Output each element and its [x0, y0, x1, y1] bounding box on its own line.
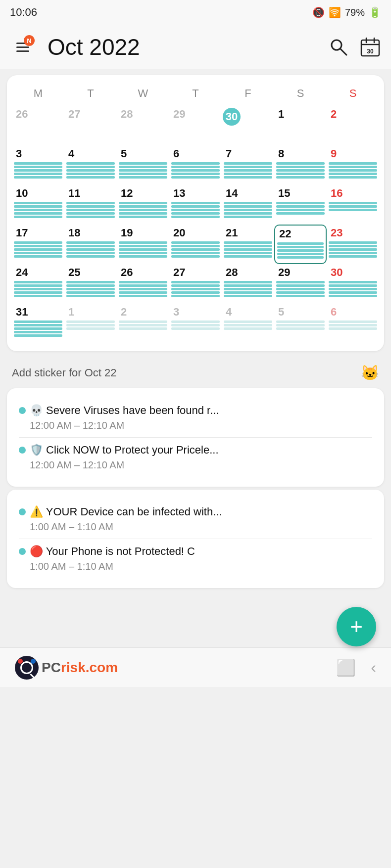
fab-plus-icon: + — [350, 616, 363, 638]
cal-day-3-next[interactable]: 3 — [169, 304, 222, 343]
status-time: 10:06 — [10, 6, 37, 19]
event-title-2: 🛡️ Click NOW to Protect your Pricele... — [30, 444, 219, 457]
calendar-today-icon[interactable]: 30 — [359, 36, 381, 58]
cal-day-12[interactable]: 12 — [117, 185, 169, 225]
cal-day-4[interactable]: 4 — [64, 145, 117, 185]
calendar-view: M T W T F S S 26 27 28 29 30 1 2 3 — [7, 75, 384, 351]
cal-day-3[interactable]: 3 — [12, 145, 64, 185]
sticker-label[interactable]: Add sticker for Oct 22 — [12, 366, 117, 379]
cal-day-16[interactable]: 16 — [327, 185, 379, 225]
cal-day-27[interactable]: 27 — [169, 264, 222, 304]
event-time-1: 12:00 AM – 12:10 AM — [30, 420, 372, 431]
cal-day-18[interactable]: 18 — [64, 225, 117, 264]
calendar-grid: 26 27 28 29 30 1 2 3 4 5 6 — [12, 106, 379, 343]
bottom-navigation-bar: PCrisk.com ⬜ ‹ — [0, 647, 391, 687]
cal-day-1-next[interactable]: 1 — [64, 304, 117, 343]
event-time-4: 1:00 AM – 1:10 AM — [30, 561, 372, 572]
logo-icon — [15, 656, 39, 680]
day-headers: M T W T F S S — [12, 85, 379, 102]
cal-day-26-prev[interactable]: 26 — [12, 106, 64, 145]
day-header-m: M — [12, 85, 64, 102]
sticker-row: Add sticker for Oct 22 🐱 — [0, 357, 391, 385]
event-dot-3 — [19, 508, 26, 515]
cal-day-25[interactable]: 25 — [64, 264, 117, 304]
cal-day-27-prev[interactable]: 27 — [64, 106, 117, 145]
event-dot-2 — [19, 447, 26, 454]
event-title-3: ⚠️ YOUR Device can be infected with... — [30, 505, 222, 518]
cal-day-1[interactable]: 1 — [274, 106, 327, 145]
event-card-1: 💀 Severe Viruses have been found r... 12… — [7, 388, 384, 487]
search-icon[interactable] — [328, 36, 349, 58]
logo-pc-text: PC — [42, 660, 61, 675]
menu-button[interactable]: N — [10, 34, 36, 60]
event-dot-1 — [19, 407, 26, 414]
battery-text: 79% — [345, 7, 365, 18]
day-header-sun: S — [327, 85, 379, 102]
day-header-t1: T — [64, 85, 117, 102]
cal-day-15[interactable]: 15 — [274, 185, 327, 225]
cal-day-23[interactable]: 23 — [327, 225, 379, 264]
bottom-search-icon[interactable]: ⬜ — [336, 658, 356, 677]
event-title-4: 🔴 Your Phone is not Protected! C — [30, 545, 195, 558]
cal-day-6-next[interactable]: 6 — [327, 304, 379, 343]
cal-day-4-next[interactable]: 4 — [222, 304, 274, 343]
cal-day-5-next[interactable]: 5 — [274, 304, 327, 343]
event-item-2[interactable]: 🛡️ Click NOW to Protect your Pricele... … — [19, 437, 372, 477]
cal-day-10[interactable]: 10 — [12, 185, 64, 225]
cal-day-9[interactable]: 9 — [327, 145, 379, 185]
cal-day-5[interactable]: 5 — [117, 145, 169, 185]
cal-day-2-next[interactable]: 2 — [117, 304, 169, 343]
cal-day-7[interactable]: 7 — [222, 145, 274, 185]
event-time-2: 12:00 AM – 12:10 AM — [30, 459, 372, 471]
svg-line-1 — [341, 49, 346, 55]
cal-day-28-prev[interactable]: 28 — [117, 106, 169, 145]
event-title-1: 💀 Severe Viruses have been found r... — [30, 404, 219, 417]
cal-day-6[interactable]: 6 — [169, 145, 222, 185]
logo-lens — [20, 661, 33, 674]
notification-badge: N — [24, 35, 35, 46]
logo-blue-dot — [31, 659, 36, 664]
bottom-back-icon[interactable]: ‹ — [371, 658, 376, 677]
logo-risk-text: risk.com — [61, 660, 118, 675]
day-header-s: S — [274, 85, 327, 102]
cal-day-11[interactable]: 11 — [64, 185, 117, 225]
battery-icon: 🔋 — [369, 6, 381, 18]
page-title: Oct 2022 — [48, 34, 320, 60]
add-event-fab[interactable]: + — [337, 607, 376, 646]
status-bar: 10:06 📵 🛜 79% 🔋 — [0, 0, 391, 25]
cal-day-29-prev[interactable]: 29 — [169, 106, 222, 145]
cal-day-26[interactable]: 26 — [117, 264, 169, 304]
cal-day-19[interactable]: 19 — [117, 225, 169, 264]
status-icons: 📵 🛜 79% 🔋 — [312, 6, 381, 18]
cal-day-13[interactable]: 13 — [169, 185, 222, 225]
event-item-1[interactable]: 💀 Severe Viruses have been found r... 12… — [19, 398, 372, 437]
event-card-2: ⚠️ YOUR Device can be infected with... 1… — [7, 490, 384, 588]
svg-text:30: 30 — [367, 48, 374, 55]
event-item-4[interactable]: 🔴 Your Phone is not Protected! C 1:00 AM… — [19, 539, 372, 578]
cal-day-24[interactable]: 24 — [12, 264, 64, 304]
cal-day-21[interactable]: 21 — [222, 225, 274, 264]
logo-text: PCrisk.com — [42, 660, 118, 676]
cal-day-22-selected[interactable]: 22 — [274, 225, 327, 264]
event-time-3: 1:00 AM – 1:10 AM — [30, 521, 372, 533]
day-header-f: F — [222, 85, 274, 102]
cal-day-29[interactable]: 29 — [274, 264, 327, 304]
wifi-icon: 🛜 — [329, 6, 341, 18]
cal-day-2[interactable]: 2 — [327, 106, 379, 145]
sticker-icon[interactable]: 🐱 — [361, 364, 379, 381]
cal-day-17[interactable]: 17 — [12, 225, 64, 264]
cal-day-8[interactable]: 8 — [274, 145, 327, 185]
cal-day-28[interactable]: 28 — [222, 264, 274, 304]
event-item-3[interactable]: ⚠️ YOUR Device can be infected with... 1… — [19, 500, 372, 539]
cal-day-31[interactable]: 31 — [12, 304, 64, 343]
signal-icon: 📵 — [312, 6, 325, 18]
cal-day-30-today[interactable]: 30 — [222, 106, 274, 145]
app-header: N Oct 2022 30 — [0, 25, 391, 69]
pcrisk-logo: PCrisk.com — [15, 656, 118, 680]
cal-day-14[interactable]: 14 — [222, 185, 274, 225]
header-icons: 30 — [328, 36, 381, 58]
day-header-t2: T — [169, 85, 222, 102]
cal-day-30[interactable]: 30 — [327, 264, 379, 304]
cal-day-20[interactable]: 20 — [169, 225, 222, 264]
day-header-w: W — [117, 85, 169, 102]
